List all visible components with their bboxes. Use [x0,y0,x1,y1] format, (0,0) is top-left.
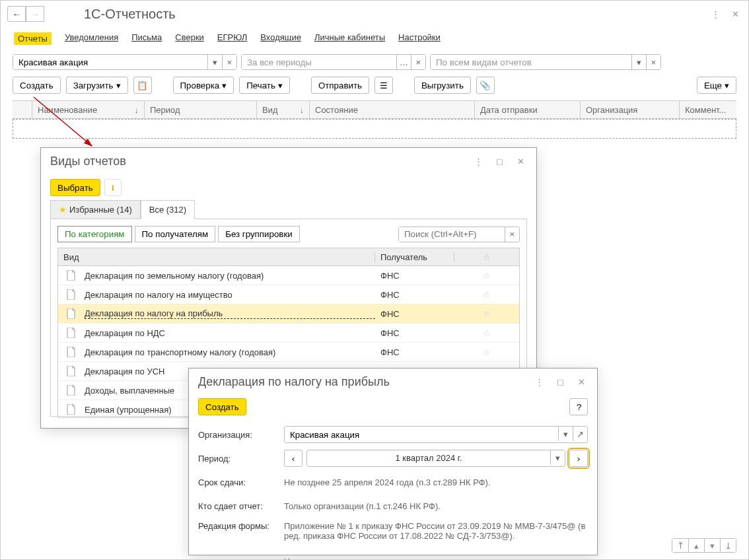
favorite-star-icon[interactable]: ☆ [454,347,519,357]
period-clear-button[interactable]: × [411,55,425,69]
type-dropdown-button[interactable]: ▾ [631,55,646,69]
search-clear-button[interactable]: × [505,227,519,242]
sort-arrow-icon: ↓ [300,105,304,115]
send-button[interactable]: Отправить [311,77,369,94]
create-report-dialog: Декларация по налогу на прибыль ⋮ ◻ ✕ Со… [188,368,598,555]
scroll-up-button[interactable]: ▴ [688,539,704,552]
report-type-row[interactable]: Декларация по НДСФНС☆ [58,324,519,343]
period-ellipsis-button[interactable]: … [396,55,411,69]
grid-body[interactable] [13,119,736,139]
type-filter-input[interactable] [431,55,631,69]
tab-reports[interactable]: Отчеты [14,32,52,45]
period-dropdown-button[interactable]: ▾ [550,450,565,465]
tab-egrul[interactable]: ЕГРЮЛ [217,32,247,45]
org-filter-input[interactable] [13,55,207,69]
load-button[interactable]: Загрузить ▾ [66,77,128,94]
report-type-row[interactable]: Декларация по налогу на имуществоФНС☆ [58,285,519,304]
select-button[interactable]: Выбрать [50,179,100,196]
favorite-star-icon[interactable]: ☆ [454,290,519,300]
no-grouping-button[interactable]: Без группировки [218,226,300,242]
favorite-star-icon[interactable]: ☆ [454,271,519,281]
col-organization[interactable]: Организация [581,101,680,118]
search-input[interactable] [399,227,505,242]
kebab-icon[interactable]: ⋮ [472,155,485,168]
chevron-down-icon: ▾ [278,81,283,90]
org-dropdown-button[interactable]: ▾ [207,55,222,69]
favorite-star-icon[interactable]: ☆ [454,309,519,319]
tab-cabinets[interactable]: Личные кабинеты [314,32,385,45]
tab-favorites[interactable]: ★Избранные (14) [50,200,141,219]
nav-back-button[interactable]: ← [7,6,26,22]
row-recipient: ФНС [375,271,454,281]
scroll-top-button[interactable]: ⤒ [672,539,688,552]
copy-button[interactable]: 📋 [133,77,152,94]
row-name: Декларация по транспортному налогу (годо… [85,347,375,357]
scroll-down-button[interactable]: ▾ [704,539,720,552]
more-button[interactable]: Еще ▾ [697,77,736,94]
law-changes-link[interactable]: Изменения законодательства [284,557,402,560]
row-recipient: ФНС [375,328,454,338]
help-button[interactable]: ? [569,398,588,415]
col-kind[interactable]: Вид [262,105,278,115]
col-period[interactable]: Период [145,101,257,118]
list-settings-button[interactable]: ☰ [374,77,393,94]
col-sent-date[interactable]: Дата отправки [475,101,581,118]
tab-notifications[interactable]: Уведомления [65,32,118,45]
maximize-icon[interactable]: ◻ [553,376,567,389]
scroll-bottom-button[interactable]: ⤓ [720,539,736,552]
info-icon[interactable]: i [104,179,122,196]
favorite-star-icon[interactable]: ☆ [454,328,519,338]
maximize-icon[interactable]: ◻ [493,155,506,168]
period-value: 1 квартал 2024 г. [307,450,550,466]
col-state[interactable]: Состояние [310,101,475,118]
report-type-row[interactable]: Декларация по транспортному налогу (годо… [58,343,519,362]
chevron-down-icon: ▾ [222,81,227,90]
col-name[interactable]: Наименование [38,105,97,115]
report-type-row[interactable]: Декларация по налогу на прибыльФНС☆ [58,304,519,324]
create-report-button[interactable]: Создать [198,398,246,415]
period-filter-input[interactable] [242,55,396,69]
report-type-row[interactable]: Декларация по земельному налогу (годовая… [58,266,519,285]
group-by-category-button[interactable]: По категориям [57,226,132,242]
row-recipient: ФНС [375,347,454,357]
who-label: Кто сдает отчет: [198,501,284,511]
chevron-down-icon: ▾ [725,81,729,90]
row-name: Декларация по НДС [85,328,375,338]
type-clear-button[interactable]: × [646,55,660,69]
col-comment[interactable]: Коммент... [680,101,736,118]
period-next-button[interactable]: › [569,450,588,467]
row-recipient: ФНС [375,309,454,319]
row-name: Декларация по налогу на прибыль [85,308,375,319]
close-icon[interactable]: ✕ [514,155,527,168]
col-recipient-header[interactable]: Получатель [375,252,454,262]
form-edition-value: Приложение № 1 к приказу ФНС России от 2… [284,521,588,541]
tab-incoming[interactable]: Входящие [260,32,301,45]
group-by-recipient-button[interactable]: По получателям [135,226,216,242]
document-icon [58,270,85,281]
document-icon [58,385,85,396]
check-button[interactable]: Проверка ▾ [173,77,234,94]
col-kind-header[interactable]: Вид [58,252,375,262]
create-button[interactable]: Создать [13,77,61,94]
nav-forward-button[interactable]: → [26,6,44,22]
org-open-button[interactable]: ↗ [573,427,587,441]
org-input[interactable] [285,427,558,442]
tab-all[interactable]: Все (312) [141,200,195,219]
chevron-down-icon: ▾ [116,81,121,90]
row-name: Декларация по земельному налогу (годовая… [85,271,375,281]
close-icon[interactable]: ✕ [729,7,742,20]
kebab-icon[interactable]: ⋮ [532,376,546,389]
kebab-icon[interactable]: ⋮ [709,7,722,20]
tab-settings[interactable]: Настройки [398,32,441,45]
attach-button[interactable]: 📎 [476,77,495,94]
close-icon[interactable]: ✕ [575,376,588,389]
tab-reconciliations[interactable]: Сверки [175,32,204,45]
period-prev-button[interactable]: ‹ [284,450,303,467]
export-button[interactable]: Выгрузить [414,77,471,94]
print-button[interactable]: Печать ▾ [239,77,290,94]
dialog-title: Виды отчетов [50,155,126,168]
tab-letters[interactable]: Письма [131,32,162,45]
org-dropdown-button[interactable]: ▾ [558,427,573,441]
org-clear-button[interactable]: × [222,55,236,69]
deadline-label: Срок сдачи: [198,477,284,487]
